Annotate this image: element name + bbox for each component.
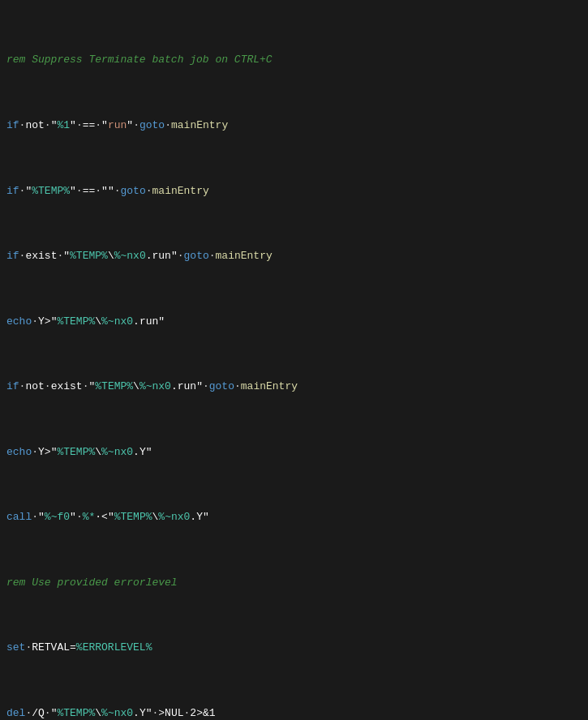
- line-1: rem Suppress Terminate batch job on CTRL…: [6, 52, 582, 68]
- line-10: set·RETVAL=%ERRORLEVEL%: [6, 640, 582, 656]
- line-3: if·"%TEMP%"·==·""·goto·mainEntry: [6, 183, 582, 199]
- line-2: if·not·"%1"·==·"run"·goto·mainEntry: [6, 118, 582, 134]
- line-4: if·exist·"%TEMP%\%~nx0.run"·goto·mainEnt…: [6, 248, 582, 264]
- line-6: if·not·exist·"%TEMP%\%~nx0.run"·goto·mai…: [6, 379, 582, 395]
- code-editor: rem Suppress Terminate batch job on CTRL…: [0, 0, 588, 720]
- line-9: rem Use provided errorlevel: [6, 575, 582, 591]
- line-8: call·"%~f0"·%*·<"%TEMP%\%~nx0.Y": [6, 509, 582, 525]
- line-5: echo·Y>"%TEMP%\%~nx0.run": [6, 314, 582, 330]
- line-7: echo·Y>"%TEMP%\%~nx0.Y": [6, 444, 582, 461]
- line-11: del·/Q·"%TEMP%\%~nx0.Y"·>NUL·2>&1: [6, 705, 582, 720]
